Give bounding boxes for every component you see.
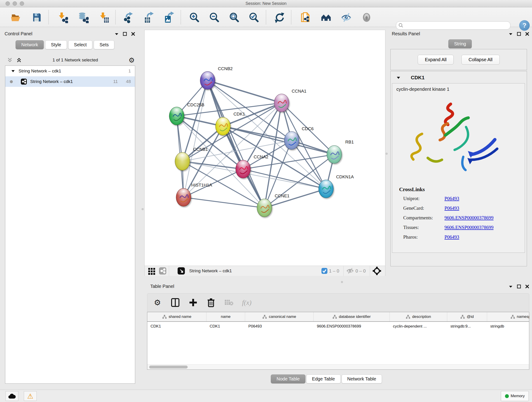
birds-eye-view-icon[interactable] xyxy=(177,267,185,275)
string-settings-button[interactable] xyxy=(320,12,332,23)
export-image-button[interactable] xyxy=(162,12,175,23)
table-horizontal-scrollbar[interactable] xyxy=(147,364,529,370)
delete-column-icon[interactable] xyxy=(206,298,216,307)
tab-network-table[interactable]: Network Table xyxy=(342,375,382,383)
float-panel-icon[interactable] xyxy=(123,32,127,36)
export-table-button[interactable] xyxy=(142,12,155,23)
show-glass-button[interactable] xyxy=(360,12,373,23)
collapse-all-button[interactable]: Collapse All xyxy=(462,55,500,65)
protein-node-cdc6[interactable] xyxy=(284,131,299,150)
splitter-handle[interactable] xyxy=(386,153,388,155)
table-cell[interactable]: 9606.ENSP00000378699 xyxy=(314,322,390,332)
table-header-row: shared namenamecanonical namedatabase id… xyxy=(147,312,529,322)
expand-all-tree-icon[interactable] xyxy=(7,57,13,63)
grid-view-icon[interactable] xyxy=(148,267,156,275)
zoom-selected-button[interactable] xyxy=(247,12,260,23)
open-session-button[interactable] xyxy=(9,12,22,23)
table-cell[interactable]: stringdb xyxy=(487,322,529,332)
panel-menu-icon[interactable] xyxy=(509,32,513,35)
column-header-description[interactable]: description xyxy=(390,312,447,321)
splitter-handle[interactable] xyxy=(341,281,343,283)
refresh-button[interactable] xyxy=(273,12,286,23)
crosslink-link[interactable]: P06493 xyxy=(444,234,459,240)
gear-icon[interactable]: ⚙ xyxy=(128,56,135,64)
close-panel-icon[interactable] xyxy=(525,32,529,36)
protein-card-header[interactable]: CDK1 xyxy=(392,73,526,83)
hide-glass-button[interactable] xyxy=(340,12,353,23)
close-panel-icon[interactable] xyxy=(525,284,529,288)
protein-node-cdkn1a[interactable] xyxy=(318,180,334,198)
table-cell[interactable]: P06493 xyxy=(245,322,314,332)
float-panel-icon[interactable] xyxy=(517,32,521,36)
network-row-selected[interactable]: String Network – cdk1 11 48 xyxy=(5,76,135,87)
crosslink-link[interactable]: P06493 xyxy=(444,205,459,211)
collapse-all-tree-icon[interactable] xyxy=(16,57,22,63)
column-header--id[interactable]: @id xyxy=(447,312,487,321)
zoom-in-button[interactable] xyxy=(188,12,201,23)
network-canvas[interactable]: CCNB2CCNA1CDC25BCDK1CDC6RB1CCNB1CCNA2CDK… xyxy=(145,30,385,266)
table-cell[interactable]: stringdb:9... xyxy=(447,322,487,332)
fit-selected-crosshair-icon[interactable] xyxy=(372,266,381,275)
protein-node-ccnb2[interactable] xyxy=(200,71,215,89)
protein-node-ccna1[interactable] xyxy=(274,94,289,112)
tab-sets[interactable]: Sets xyxy=(94,40,114,49)
cloud-status-button[interactable] xyxy=(6,391,18,401)
zoom-out-button[interactable] xyxy=(208,12,221,23)
protein-node-ccnb1[interactable] xyxy=(175,152,190,171)
protein-node-cdk1[interactable] xyxy=(215,117,230,135)
scrollbar-thumb[interactable] xyxy=(149,366,188,369)
protein-node-ccna2[interactable] xyxy=(235,160,251,178)
zoom-fit-button[interactable] xyxy=(228,12,241,23)
export-network-button[interactable] xyxy=(121,12,134,23)
protein-node-ccne1[interactable] xyxy=(257,199,272,217)
show-columns-icon[interactable] xyxy=(170,298,180,307)
network-edge[interactable] xyxy=(264,189,326,208)
table-cell[interactable]: CDK1 xyxy=(206,322,245,332)
import-network-file-button[interactable] xyxy=(56,12,69,23)
add-column-icon[interactable] xyxy=(188,298,198,307)
network-edge[interactable] xyxy=(184,80,208,197)
tab-string[interactable]: String xyxy=(448,39,472,48)
tab-style[interactable]: Style xyxy=(45,40,67,49)
expand-all-button[interactable]: Expand All xyxy=(418,55,454,65)
column-header-name[interactable]: name xyxy=(206,312,245,321)
table-cell[interactable]: CDK1 xyxy=(147,322,206,332)
clone-network-button[interactable] xyxy=(299,12,312,23)
network-edge[interactable] xyxy=(208,80,282,103)
network-edge[interactable] xyxy=(184,197,264,208)
protein-node-hist1h1a[interactable] xyxy=(176,188,191,206)
save-session-button[interactable] xyxy=(30,12,43,23)
tree-expand-icon[interactable] xyxy=(11,70,15,72)
splitter-handle[interactable] xyxy=(142,208,144,210)
network-edge[interactable] xyxy=(208,80,264,208)
protein-node-cdc25b[interactable] xyxy=(169,107,184,125)
panel-menu-icon[interactable] xyxy=(114,32,119,35)
tab-node-table[interactable]: Node Table xyxy=(271,375,305,383)
crosslink-link[interactable]: 9606.ENSP00000378699 xyxy=(444,215,494,221)
protein-node-rb1[interactable] xyxy=(327,145,342,164)
crosslink-link[interactable]: P06493 xyxy=(444,196,459,201)
panel-menu-icon[interactable] xyxy=(509,285,513,288)
float-panel-icon[interactable] xyxy=(517,284,521,288)
memory-button[interactable]: Memory xyxy=(501,391,529,401)
tab-edge-table[interactable]: Edge Table xyxy=(306,375,341,383)
column-header-namespace[interactable]: namespace xyxy=(487,312,529,321)
table-row[interactable]: CDK1CDK1P064939606.ENSP00000378699cyclin… xyxy=(147,322,529,332)
table-gear-icon[interactable]: ⚙ xyxy=(152,298,162,307)
warnings-button[interactable]: ⚠ xyxy=(24,391,37,401)
tab-select[interactable]: Select xyxy=(68,40,93,49)
network-collection-row[interactable]: String Network – cdk1 1 xyxy=(5,66,135,76)
collapse-card-icon[interactable] xyxy=(397,76,400,79)
tab-network[interactable]: Network xyxy=(16,40,44,49)
selected-checkbox-icon[interactable] xyxy=(321,268,328,274)
column-header-shared-name[interactable]: shared name xyxy=(147,312,206,321)
crosslink-label: GeneCard: xyxy=(403,205,444,211)
table-cell[interactable]: cyclin-dependent ... xyxy=(390,322,447,332)
import-network-database-button[interactable] xyxy=(76,12,89,23)
column-header-database-identifier[interactable]: database identifier xyxy=(314,312,390,321)
share-view-icon[interactable] xyxy=(159,267,167,275)
import-table-button[interactable] xyxy=(97,12,110,23)
close-panel-icon[interactable] xyxy=(131,32,135,36)
column-header-canonical-name[interactable]: canonical name xyxy=(245,312,314,321)
crosslink-link[interactable]: 9606.ENSP00000378699 xyxy=(444,225,494,230)
